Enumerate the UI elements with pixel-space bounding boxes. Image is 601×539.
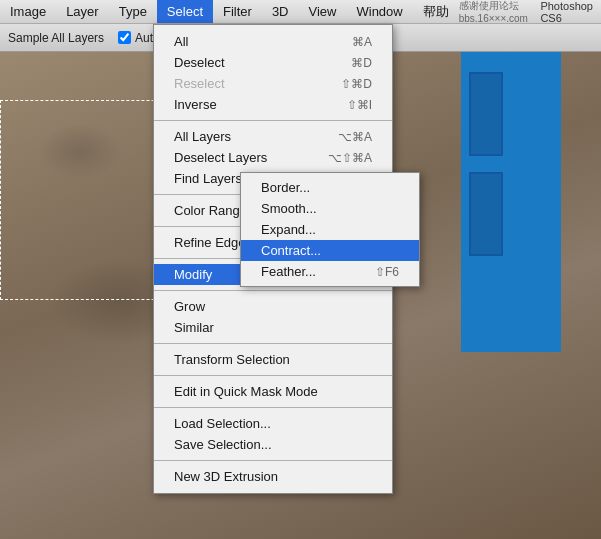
menu-item-type[interactable]: Type bbox=[109, 0, 157, 23]
menu-item-image[interactable]: Image bbox=[0, 0, 56, 23]
menu-item-save-selection[interactable]: Save Selection... bbox=[154, 434, 392, 455]
menu-item-all-layers[interactable]: All Layers ⌥⌘A bbox=[154, 126, 392, 147]
menu-item-layer[interactable]: Layer bbox=[56, 0, 109, 23]
menu-section-8: Edit in Quick Mask Mode bbox=[154, 379, 392, 404]
menu-item-quick-mask[interactable]: Edit in Quick Mask Mode bbox=[154, 381, 392, 402]
menu-item-similar[interactable]: Similar bbox=[154, 317, 392, 338]
menu-section-9: Load Selection... Save Selection... bbox=[154, 411, 392, 457]
divider-9 bbox=[154, 460, 392, 461]
menu-item-new-3d-extrusion[interactable]: New 3D Extrusion bbox=[154, 466, 392, 487]
menu-item-3d[interactable]: 3D bbox=[262, 0, 299, 23]
menu-section-1: All ⌘A Deselect ⌘D Reselect ⇧⌘D Inverse … bbox=[154, 29, 392, 117]
menu-item-transform-selection[interactable]: Transform Selection bbox=[154, 349, 392, 370]
menu-item-window[interactable]: Window bbox=[346, 0, 412, 23]
auto-enhance-checkbox[interactable] bbox=[118, 31, 131, 44]
submenu-item-feather[interactable]: Feather... ⇧F6 bbox=[241, 261, 419, 282]
divider-5 bbox=[154, 290, 392, 291]
sample-all-layers-label: Sample All Layers bbox=[8, 31, 104, 45]
menu-item-deselect[interactable]: Deselect ⌘D bbox=[154, 52, 392, 73]
app-title: Photoshop CS6 bbox=[540, 0, 593, 24]
menu-item-inverse[interactable]: Inverse ⇧⌘I bbox=[154, 94, 392, 115]
menu-item-load-selection[interactable]: Load Selection... bbox=[154, 413, 392, 434]
submenu-item-expand[interactable]: Expand... bbox=[241, 219, 419, 240]
divider-6 bbox=[154, 343, 392, 344]
menu-item-filter[interactable]: Filter bbox=[213, 0, 262, 23]
menu-item-all[interactable]: All ⌘A bbox=[154, 31, 392, 52]
submenu-item-contract[interactable]: Contract... bbox=[241, 240, 419, 261]
divider-1 bbox=[154, 120, 392, 121]
menu-item-select[interactable]: Select bbox=[157, 0, 213, 23]
divider-8 bbox=[154, 407, 392, 408]
submenu-item-smooth[interactable]: Smooth... bbox=[241, 198, 419, 219]
divider-7 bbox=[154, 375, 392, 376]
blue-door-object bbox=[461, 52, 561, 352]
menu-item-view[interactable]: View bbox=[299, 0, 347, 23]
menu-item-deselect-layers[interactable]: Deselect Layers ⌥⇧⌘A bbox=[154, 147, 392, 168]
modify-submenu: Border... Smooth... Expand... Contract..… bbox=[240, 172, 420, 287]
menu-bar: Image Layer Type Select Filter 3D View W… bbox=[0, 0, 601, 24]
menu-section-6: Grow Similar bbox=[154, 294, 392, 340]
app-title-area: 感谢使用论坛 bbs.16×××.com Photoshop CS6 bbox=[459, 0, 601, 24]
menu-item-reselect: Reselect ⇧⌘D bbox=[154, 73, 392, 94]
watermark-text: 感谢使用论坛 bbs.16×××.com bbox=[459, 0, 531, 24]
menu-section-7: Transform Selection bbox=[154, 347, 392, 372]
submenu-item-border[interactable]: Border... bbox=[241, 177, 419, 198]
menu-item-help[interactable]: 帮助 bbox=[413, 0, 459, 23]
menu-item-grow[interactable]: Grow bbox=[154, 296, 392, 317]
menu-section-10: New 3D Extrusion bbox=[154, 464, 392, 489]
